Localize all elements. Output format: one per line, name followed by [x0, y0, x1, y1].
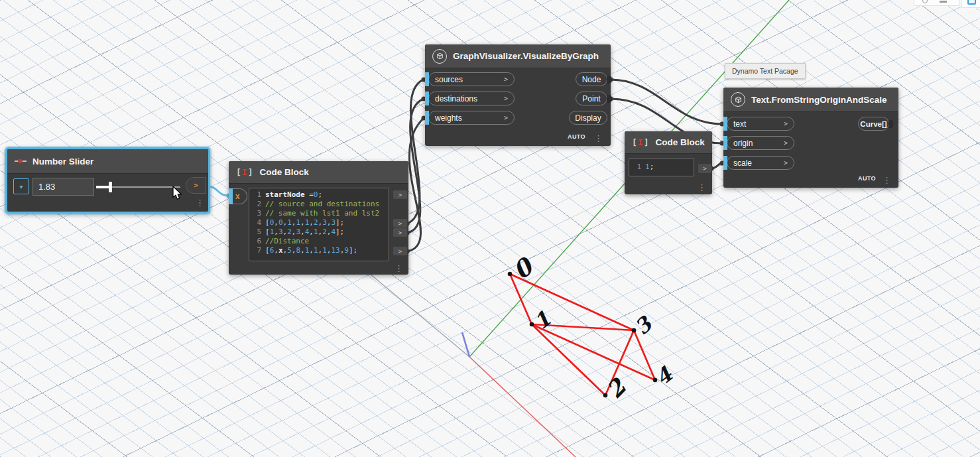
output-port-node[interactable]: Node [576, 72, 607, 86]
port-label: destinations [435, 94, 477, 103]
code-block-icon: [I] [632, 137, 649, 147]
node-title: Text.FromStringOriginAndScale [751, 95, 887, 105]
node-title: Number Slider [32, 157, 93, 166]
port-tab [229, 188, 233, 204]
kebab-menu-icon[interactable]: ⋮ [594, 134, 603, 143]
node-code-block-small[interactable]: [I] Code Block 11; > ⋮ [625, 131, 712, 194]
history-icon[interactable] [922, 0, 928, 3]
slider-thumb[interactable] [109, 182, 112, 192]
output-port-line7[interactable]: > [393, 247, 407, 255]
slider-options-dropdown[interactable]: ▾ [13, 178, 29, 194]
port-label: Display [575, 113, 601, 123]
chevron-icon: > [194, 181, 198, 190]
graph-vertex-label: 1 [529, 306, 555, 334]
graph-vertex-label: 4 [650, 361, 677, 390]
chevron-icon: > [784, 139, 788, 147]
port-tab [425, 92, 429, 105]
node-header[interactable]: [I] Code Block [229, 161, 408, 184]
output-port-line1[interactable]: > [393, 190, 407, 199]
wire[interactable] [407, 118, 424, 251]
node-title: GraphVisualizer.VisualizeByGraph [453, 51, 599, 61]
slider-value-input[interactable]: 1.83 [32, 178, 94, 196]
toolbar-fragment [961, 0, 980, 8]
toolbar-fragment [914, 0, 960, 6]
code-editor[interactable]: 1startNode =0;2// source and destination… [249, 188, 389, 261]
node-code-block-main[interactable]: [I] Code Block x 1startNode =0;2// sourc… [229, 161, 408, 275]
input-port-x[interactable]: x [229, 188, 247, 204]
node-graph-visualizer[interactable]: GraphVisualizer.VisualizeByGraph sources… [425, 44, 611, 146]
kebab-menu-icon[interactable]: ⋮ [698, 183, 706, 192]
lacing-label[interactable]: AUTO [858, 175, 876, 182]
node-header[interactable]: GraphVisualizer.VisualizeByGraph [425, 44, 611, 68]
node-title: Code Block [259, 167, 308, 177]
port-tab [723, 156, 727, 170]
port-label: sources [435, 75, 463, 84]
code-line: 2// source and destinations [253, 200, 385, 209]
port-tab [425, 111, 429, 125]
chevron-down-icon: ▾ [19, 183, 23, 190]
graph-edge [510, 274, 532, 324]
port-label: origin [733, 139, 753, 148]
kebab-menu-icon[interactable]: ⋮ [883, 176, 891, 184]
node-header[interactable]: Text.FromStringOriginAndScale [723, 88, 898, 112]
output-port-display[interactable]: Display [569, 111, 607, 125]
input-port-text[interactable]: text > [727, 117, 794, 131]
package-node-icon [731, 92, 745, 107]
output-connector[interactable] [888, 120, 893, 128]
node-title: Code Block [655, 137, 704, 147]
output-port-curve[interactable]: Curve[] [858, 117, 889, 131]
selection-box-icon[interactable] [967, 0, 976, 5]
code-line: 7[6,x,5,8,1,1,1,13,9]; [253, 246, 385, 255]
output-port[interactable]: > [698, 164, 711, 173]
graph-vertex-dot [508, 272, 513, 277]
graph-edge [634, 330, 655, 380]
port-tab [425, 72, 429, 86]
port-label: scale [733, 159, 752, 168]
node-number-slider[interactable]: Number Slider ▾ 1.83 > ⋮ [5, 147, 210, 214]
wire[interactable] [711, 163, 722, 168]
wire[interactable] [611, 80, 722, 124]
graph-edge [532, 324, 634, 330]
graph-vertex-dot [632, 328, 637, 333]
output-port-line5[interactable]: > [393, 228, 407, 237]
wire[interactable] [407, 80, 424, 224]
input-port-weights[interactable]: weights > [428, 111, 515, 125]
node-text-from-string[interactable]: Text.FromStringOriginAndScale text > ori… [723, 88, 898, 188]
kebab-menu-icon[interactable]: ⋮ [395, 264, 403, 273]
port-label: weights [435, 113, 462, 123]
slider-track[interactable] [96, 186, 180, 188]
input-port-scale[interactable]: scale > [727, 156, 794, 170]
kebab-menu-icon[interactable]: ⋮ [196, 198, 204, 207]
lacing-label[interactable]: AUTO [568, 133, 585, 140]
graph-canvas[interactable]: 01234 Number Slider ▾ 1.83 > ⋮ [I] Code … [0, 0, 980, 457]
port-label: x [235, 192, 240, 201]
port-label: Point [582, 94, 600, 103]
output-port-value[interactable]: > [186, 177, 206, 194]
minimize-icon[interactable] [940, 1, 947, 3]
output-connector[interactable] [607, 76, 611, 84]
graph-vertex-dot [603, 393, 608, 398]
node-header[interactable]: Number Slider [7, 149, 208, 174]
input-port-origin[interactable]: origin > [727, 136, 794, 150]
chevron-icon: > [504, 114, 508, 121]
code-line: 5[1,3,2,3,4,1,2,4]; [253, 228, 385, 237]
input-port-sources[interactable]: sources > [428, 72, 515, 86]
output-port-point[interactable]: Point [576, 92, 607, 105]
output-port-line4[interactable]: > [393, 219, 407, 228]
code-line: 11; [633, 163, 690, 172]
graph-vertex-label: 0 [507, 251, 540, 285]
port-label: Node [582, 75, 601, 84]
slider-track-fill [96, 186, 110, 188]
code-line: 6//Distance [253, 237, 385, 246]
chevron-icon: > [784, 120, 788, 127]
graph-edge [532, 324, 655, 380]
port-label: text [733, 119, 746, 129]
node-header[interactable]: [I] Code Block [625, 131, 712, 154]
chevron-icon: > [504, 95, 508, 102]
code-line: 1startNode =0; [253, 190, 385, 200]
input-port-destinations[interactable]: destinations > [428, 92, 515, 105]
port-label: Curve[] [860, 120, 887, 128]
output-connector[interactable] [607, 95, 611, 103]
wire[interactable] [407, 99, 424, 233]
code-editor[interactable]: 11; [629, 158, 694, 176]
